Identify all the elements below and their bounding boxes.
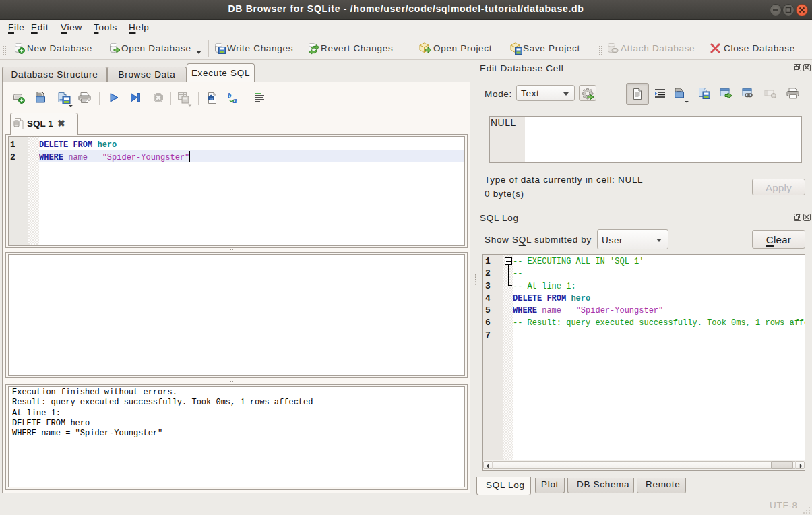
svg-text:b: b <box>228 92 232 99</box>
